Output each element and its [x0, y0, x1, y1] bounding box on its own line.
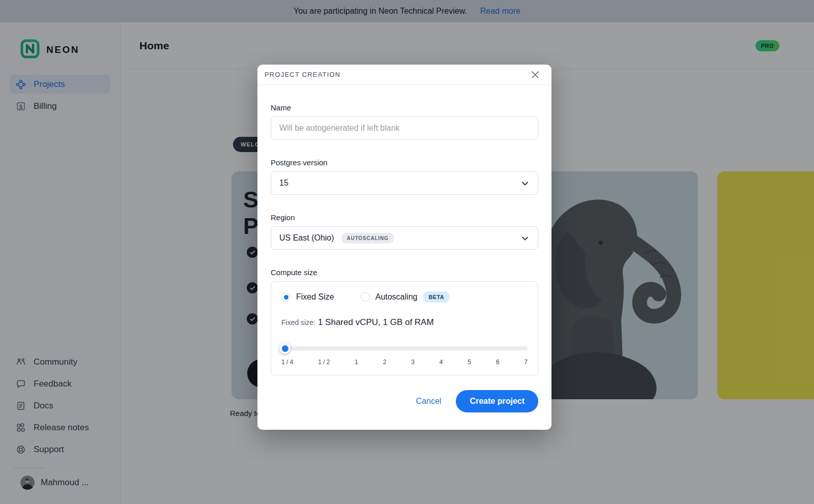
slider-ticks: 1 / 4 1 / 2 1 2 3 4 5 6 7 [281, 359, 528, 366]
region-select[interactable]: US East (Ohio) AUTOSCALING [271, 226, 538, 250]
slider-handle[interactable] [279, 343, 290, 354]
postgres-version-value: 15 [279, 179, 288, 188]
name-label: Name [271, 103, 538, 112]
autoscaling-radio[interactable]: Autoscaling BETA [361, 291, 450, 303]
project-name-input[interactable] [271, 116, 538, 140]
chevron-down-icon [521, 234, 529, 245]
fixed-size-radio[interactable]: Fixed Size [281, 292, 334, 302]
radio-unselected-icon [361, 292, 370, 302]
fixed-size-summary: Fixed size:1 Shared vCPU, 1 GB of RAM [281, 317, 528, 328]
chevron-down-icon [521, 180, 529, 190]
project-creation-modal: PROJECT CREATION Name Postgres version 1… [257, 65, 551, 430]
radio-selected-icon [281, 292, 290, 302]
cancel-button[interactable]: Cancel [416, 397, 442, 406]
postgres-version-label: Postgres version [271, 158, 538, 167]
postgres-version-select[interactable]: 15 [271, 171, 538, 195]
compute-size-label: Compute size [271, 268, 538, 277]
close-icon[interactable] [529, 69, 541, 81]
compute-size-slider [281, 343, 528, 354]
region-label: Region [271, 213, 538, 222]
create-project-button[interactable]: Create project [456, 390, 538, 412]
compute-size-panel: Fixed Size Autoscaling BETA Fixed size:1… [271, 281, 538, 375]
slider-track[interactable] [281, 346, 528, 350]
region-value: US East (Ohio) [279, 233, 334, 243]
modal-title: PROJECT CREATION [265, 71, 340, 78]
modal-header: PROJECT CREATION [257, 65, 551, 85]
autoscaling-badge: AUTOSCALING [341, 233, 394, 244]
beta-badge: BETA [423, 291, 450, 303]
